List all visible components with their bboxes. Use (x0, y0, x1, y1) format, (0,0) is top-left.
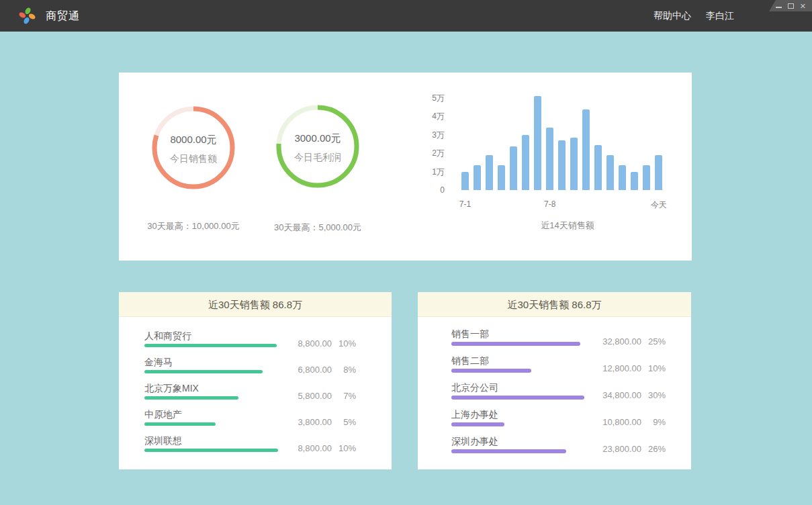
maximize-button[interactable] (788, 2, 794, 10)
rank-row: 北京万象MIX 5,800.00 7% (144, 379, 392, 406)
rank-item-amount: 8,800.00 (298, 443, 332, 454)
chart-bar (534, 96, 541, 190)
chart-bar (558, 140, 566, 190)
maximize-icon (788, 3, 794, 9)
y-tick-label: 5万 (398, 93, 445, 103)
rank-item-name: 金海马 (144, 357, 173, 367)
rank-item-percent: 7% (332, 391, 356, 402)
chart-bar (619, 165, 626, 190)
app-window: 商贸通 帮助中心 李白江 ✕ 8000.00元 今日销售额 30天最高：10,0… (0, 0, 812, 505)
rank-row: 销售二部 12,800.00 10% (451, 352, 691, 378)
rank-item-bar (451, 369, 531, 373)
y-tick-label: 2万 (398, 148, 445, 158)
rank-item-percent: 26% (641, 444, 666, 455)
rank-item-bar (451, 396, 584, 400)
y-tick-label: 4万 (398, 111, 445, 122)
rank-item-percent: 25% (641, 336, 666, 347)
minimize-icon (776, 7, 782, 8)
rank-item-percent: 10% (332, 338, 356, 349)
rank-item-name: 销售二部 (451, 355, 489, 366)
rank-item-bar (451, 342, 580, 346)
rank-item-name: 深圳联想 (144, 435, 182, 446)
rank-item-bar (144, 449, 278, 452)
rank-item-amount: 3,800.00 (298, 417, 332, 428)
customer-sales-ranking-card: 近30天销售额 86.8万 人和商贸行 8,800.00 10% 金海马 6,8… (119, 292, 392, 469)
chart-bar (643, 165, 650, 190)
rank-row: 北京分公司 34,800.00 30% (451, 379, 691, 405)
app-logo-icon (18, 7, 36, 25)
x-tick-label: 7-1 (445, 199, 486, 209)
rank-row: 销售一部 32,800.00 25% (451, 325, 691, 351)
rank-item-name: 人和商贸行 (144, 330, 191, 341)
minimize-button[interactable] (776, 2, 782, 10)
app-title: 商贸通 (46, 0, 80, 32)
rank-item-bar (144, 344, 277, 347)
rank-item-amount: 23,800.00 (602, 444, 641, 455)
y-tick-label: 3万 (398, 130, 445, 140)
rank-item-bar (144, 422, 216, 426)
chart-bar (546, 128, 553, 191)
chart-bar (510, 146, 517, 190)
ranking-card-title: 近30天销售额 86.8万 (418, 292, 691, 317)
rank-item-bar (451, 449, 566, 453)
rank-item-amount: 10,800.00 (602, 417, 641, 428)
sales-14day-bar-chart: 5万4万3万2万1万0 7-17-8今天 近14天销售额 (119, 73, 692, 261)
rank-item-name: 中原地产 (144, 409, 182, 420)
rank-item-percent: 8% (332, 365, 356, 375)
y-tick-label: 1万 (398, 167, 445, 177)
close-button[interactable]: ✕ (800, 2, 806, 10)
chart-bar (498, 165, 505, 190)
chart-bar (570, 138, 578, 190)
rank-row: 中原地产 3,800.00 5% (144, 406, 392, 432)
rank-item-name: 北京分公司 (451, 382, 498, 393)
rank-item-percent: 5% (332, 417, 356, 428)
window-controls: ✕ (769, 0, 812, 11)
chart-bar (522, 135, 529, 191)
rank-item-bar (144, 370, 263, 373)
rank-item-bar (451, 422, 504, 426)
rank-item-bar (144, 396, 238, 400)
titlebar: 商贸通 帮助中心 李白江 ✕ (0, 0, 812, 32)
help-center-link[interactable]: 帮助中心 (653, 10, 691, 22)
rank-item-amount: 12,800.00 (602, 363, 641, 374)
rank-item-name: 深圳办事处 (451, 436, 498, 447)
chart-bar (486, 155, 493, 190)
rank-row: 深圳办事处 23,800.00 26% (451, 432, 691, 459)
rank-row: 人和商贸行 8,800.00 10% (144, 327, 392, 353)
chart-plot-area (461, 95, 671, 190)
y-tick-label: 0 (398, 185, 445, 195)
rank-item-name: 上海办事处 (451, 409, 498, 420)
rank-row: 金海马 6,800.00 8% (144, 353, 392, 379)
rank-item-percent: 10% (641, 363, 666, 374)
rank-item-amount: 8,800.00 (298, 338, 332, 349)
rank-row: 上海办事处 10,800.00 9% (451, 406, 691, 432)
chart-title: 近14天销售额 (467, 220, 668, 231)
x-tick-label: 今天 (639, 199, 679, 211)
ranking-card-title: 近30天销售额 86.8万 (119, 292, 392, 317)
ranking-list: 人和商贸行 8,800.00 10% 金海马 6,800.00 8% 北京万象M… (119, 317, 392, 469)
rank-item-amount: 32,800.00 (602, 336, 641, 347)
rank-row: 深圳联想 8,800.00 10% (144, 432, 392, 458)
user-menu[interactable]: 李白江 (706, 10, 734, 22)
department-sales-ranking-card: 近30天销售额 86.8万 销售一部 32,800.00 25% 销售二部 12… (418, 292, 691, 469)
chart-bar (594, 145, 602, 190)
top-navigation: 帮助中心 李白江 (653, 0, 734, 32)
chart-bar (631, 172, 638, 191)
rank-item-name: 销售一部 (451, 328, 489, 339)
chart-bar (655, 155, 662, 190)
rank-item-amount: 5,800.00 (298, 391, 332, 402)
rank-item-amount: 34,800.00 (602, 390, 641, 401)
chart-bar (582, 109, 590, 190)
rank-item-name: 北京万象MIX (144, 383, 199, 394)
rank-item-percent: 10% (332, 443, 356, 454)
chart-bar (473, 165, 481, 190)
ranking-list: 销售一部 32,800.00 25% 销售二部 12,800.00 10% 北京… (418, 317, 691, 469)
chart-bar (461, 172, 469, 191)
rank-item-percent: 9% (641, 417, 666, 428)
rank-item-percent: 30% (641, 390, 666, 401)
rank-item-amount: 6,800.00 (298, 365, 332, 375)
x-tick-label: 7-8 (530, 199, 570, 209)
overview-card: 8000.00元 今日销售额 30天最高：10,000.00元 3000.00元… (119, 73, 692, 261)
chart-bar (606, 155, 614, 190)
